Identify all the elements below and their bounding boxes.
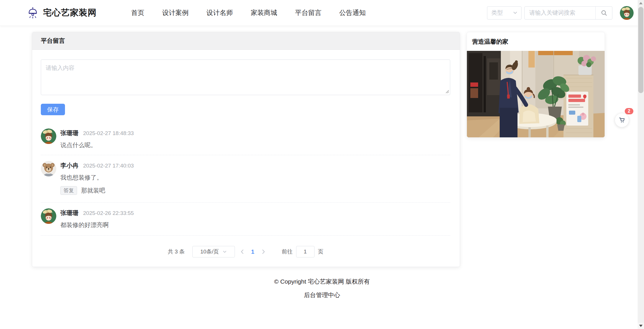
goto-unit-label: 页 [318, 248, 323, 255]
page-number-current[interactable]: 1 [250, 249, 256, 255]
pagination-total: 共 3 条 [168, 248, 185, 255]
panel-header: 平台留言 [32, 32, 460, 50]
goto-label: 前往 [282, 248, 293, 255]
search-type-value: 类型 [491, 9, 503, 17]
nav-item-home[interactable]: 首页 [131, 8, 144, 17]
reply-content: 那就装吧 [81, 186, 105, 195]
comment-body: 张珊珊 2025-02-26 22:33:55 都装修的好漂亮啊 [60, 208, 134, 229]
copyright-text: © Copyright 宅心艺家装网 版权所有 [0, 278, 644, 285]
commenter-name: 李小冉 [60, 161, 78, 170]
user-avatar[interactable] [620, 6, 634, 20]
nav-item-message-board[interactable]: 平台留言 [295, 8, 321, 17]
top-navbar: 宅心艺家装网 首页 设计案例 设计名师 家装商城 平台留言 公告通知 类型 [0, 0, 644, 26]
magnifier-icon [601, 9, 607, 16]
chevron-left-icon [241, 251, 244, 255]
featured-card-title: 营造温馨的家 [472, 38, 508, 46]
featured-card-header: 营造温馨的家 [467, 32, 605, 51]
search-button[interactable] [595, 7, 612, 19]
cart-badge: 2 [625, 108, 633, 114]
brand-logo[interactable]: 宅心艺家装网 [26, 7, 97, 19]
reply-chip: 答复 [60, 186, 77, 195]
panel-title: 平台留言 [41, 37, 65, 45]
search-type-select[interactable]: 类型 [487, 6, 522, 20]
page-size-select[interactable]: 10条/页 [192, 246, 235, 257]
comment-head: 张珊珊 2025-02-27 18:48:33 [60, 129, 134, 137]
comment-timestamp: 2025-02-26 22:33:55 [83, 210, 134, 216]
comment-head: 李小冉 2025-02-27 17:40:03 [60, 161, 134, 170]
nav-item-notices[interactable]: 公告通知 [339, 8, 366, 17]
message-board-panel: 平台留言 保存 [32, 32, 460, 267]
comment-reply-row: 答复 那就装吧 [60, 186, 134, 195]
main-nav: 首页 设计案例 设计名师 家装商城 平台留言 公告通知 [131, 8, 366, 17]
scrollbar-thumb[interactable] [638, 7, 643, 93]
comment-body: 李小冉 2025-02-27 17:40:03 我也想装修了。 答复 那就装吧 [60, 161, 134, 195]
vertical-scrollbar[interactable] [638, 0, 644, 329]
pendant-lamp-icon [26, 7, 39, 19]
message-textarea[interactable] [41, 59, 450, 95]
message-input-wrap [41, 59, 450, 95]
site-title: 宅心艺家装网 [43, 7, 97, 19]
nav-item-designers[interactable]: 设计名师 [206, 8, 233, 17]
triangle-up-icon [639, 2, 643, 4]
scrollbar-up-button[interactable] [638, 0, 644, 6]
featured-card-photo [467, 51, 605, 138]
chevron-down-icon [223, 251, 227, 253]
scrollbar-down-button[interactable] [638, 323, 644, 329]
page: 宅心艺家装网 首页 设计案例 设计名师 家装商城 平台留言 公告通知 类型 [0, 0, 644, 329]
pagination-goto: 前往 页 [282, 246, 323, 257]
commenter-name: 张珊珊 [60, 209, 78, 217]
save-button[interactable]: 保存 [41, 104, 65, 115]
comment-content: 我也想装修了。 [60, 174, 134, 182]
comment-content: 说点什么呢。 [60, 141, 134, 149]
panel-body: 保存 [32, 50, 460, 257]
comment-row: 张珊珊 2025-02-26 22:33:55 都装修的好漂亮啊 [41, 203, 450, 236]
goto-page-input[interactable] [296, 246, 315, 257]
next-page-button[interactable] [256, 249, 271, 254]
comment-body: 张珊珊 2025-02-27 18:48:33 说点什么呢。 [60, 128, 134, 149]
commenter-name: 张珊珊 [60, 129, 78, 137]
admin-center-link[interactable]: 后台管理中心 [304, 291, 340, 299]
footer: © Copyright 宅心艺家装网 版权所有 后台管理中心 [0, 278, 644, 299]
commenter-avatar-girl [41, 208, 56, 224]
prev-page-button[interactable] [235, 249, 250, 254]
nav-item-mall[interactable]: 家装商城 [251, 8, 277, 17]
commenter-avatar-girl [41, 128, 56, 144]
resize-grip-icon[interactable] [445, 90, 449, 93]
commenter-avatar-bear [41, 161, 56, 176]
header-right-tools: 类型 [487, 6, 634, 20]
comment-timestamp: 2025-02-27 17:40:03 [83, 163, 134, 169]
comment-head: 张珊珊 2025-02-26 22:33:55 [60, 209, 134, 217]
comment-row: 张珊珊 2025-02-27 18:48:33 说点什么呢。 [41, 128, 450, 155]
page-size-value: 10条/页 [200, 248, 219, 255]
comment-list: 张珊珊 2025-02-27 18:48:33 说点什么呢。 [41, 128, 450, 236]
search-input[interactable] [525, 7, 595, 19]
chevron-down-icon [513, 11, 517, 14]
search-bar [524, 6, 612, 20]
comment-timestamp: 2025-02-27 18:48:33 [83, 130, 134, 136]
nav-item-design-cases[interactable]: 设计案例 [162, 8, 189, 17]
pagination: 共 3 条 10条/页 [41, 246, 450, 257]
comment-row: 李小冉 2025-02-27 17:40:03 我也想装修了。 答复 那就装吧 [41, 155, 450, 203]
triangle-down-icon [639, 325, 643, 327]
content-area: 平台留言 保存 [0, 26, 644, 267]
cart-fab-button[interactable] [615, 113, 629, 127]
chevron-right-icon [262, 251, 265, 255]
comment-content: 都装修的好漂亮啊 [60, 221, 134, 229]
shopping-cart-icon [618, 116, 626, 124]
featured-article-card[interactable]: 营造温馨的家 [467, 32, 605, 138]
